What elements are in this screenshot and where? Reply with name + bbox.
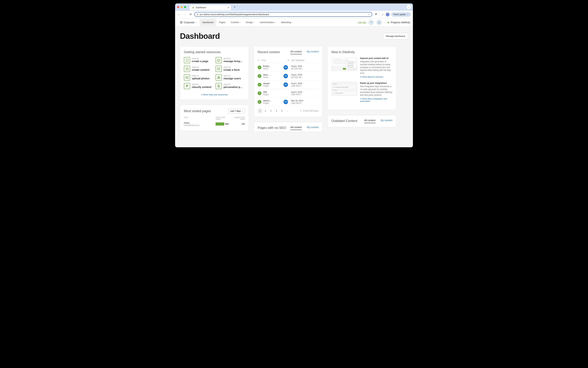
resource-item[interactable]: HOW TOcreate a form xyxy=(216,66,245,72)
tab-all-content[interactable]: All content xyxy=(290,126,302,130)
resource-icon xyxy=(216,66,222,72)
tabs-chevron-icon[interactable]: ⌄ xyxy=(407,5,411,9)
svg-point-11 xyxy=(218,76,219,77)
media-icon[interactable]: ♪ xyxy=(381,12,384,17)
globe-icon xyxy=(180,21,183,24)
browser-tab[interactable]: Dashboard × xyxy=(190,5,231,10)
resource-item[interactable]: HOW TOmanage users xyxy=(216,74,245,81)
resource-item[interactable]: HOW TOcreate content xyxy=(184,66,213,72)
lang-badge: EN xyxy=(284,65,288,70)
card-title: Most visited pages xyxy=(184,109,211,113)
site-settings-icon[interactable]: ⊟ xyxy=(197,13,198,16)
page-...[interactable]: ... xyxy=(285,109,290,113)
finish-update-button[interactable]: Finish update ⋮ xyxy=(391,12,411,17)
tab-all-content[interactable]: All content xyxy=(290,50,302,54)
page-title: Dashboard xyxy=(180,31,220,41)
outdated-card: Outdated Content All content My content xyxy=(327,115,396,127)
news-link[interactable]: ➜ More about AI services xyxy=(360,76,383,78)
card-title: Getting started resources xyxy=(184,50,245,54)
chevron-down-icon: ▾ xyxy=(239,22,240,23)
recent-content-card: Recent content All content My content ▼ … xyxy=(254,46,323,117)
resource-item[interactable]: HOW TOpersonalize p... xyxy=(216,83,245,89)
minimize-window-icon[interactable] xyxy=(181,6,183,8)
resource-item[interactable]: HOW TOcreate a page xyxy=(184,57,213,63)
news-card: New in Sitefinity AI xyxy=(327,46,396,110)
table-row[interactable]: ✓Now ...NewsENAug 6, 2024by User No... xyxy=(258,72,319,80)
table-row[interactable]: ✓stoyanPagesENAug 6, 2024User Not F... xyxy=(258,80,319,89)
getting-started-card: Getting started resources HOW TOcreate a… xyxy=(180,46,249,100)
news-desc: Integration with generative AI services … xyxy=(360,60,392,75)
svg-point-10 xyxy=(186,77,187,77)
nav-pages[interactable]: Pages xyxy=(216,19,228,26)
tab-my-content[interactable]: My content xyxy=(381,119,392,123)
user-icon[interactable] xyxy=(376,20,382,25)
reload-button[interactable]: ⟳ xyxy=(189,12,193,17)
svg-rect-14 xyxy=(218,85,220,87)
browser-titlebar: Dashboard × + ⌄ xyxy=(175,3,413,11)
check-icon: ✓ xyxy=(258,83,261,87)
resource-icon xyxy=(216,57,222,63)
close-window-icon[interactable] xyxy=(177,6,179,8)
page-4[interactable]: 4 xyxy=(274,109,279,113)
url-text: pro.3b0ce.cloud.sitefinity.com/Sitefinit… xyxy=(200,13,366,16)
back-button[interactable]: ← xyxy=(177,12,181,17)
page-1[interactable]: 1 xyxy=(258,109,262,113)
new-tab-button[interactable]: + xyxy=(234,5,236,9)
nav-design[interactable]: Design▾ xyxy=(243,19,257,26)
nav-administration[interactable]: Administration▾ xyxy=(257,19,278,26)
tab-title: Dashboard xyxy=(196,6,206,9)
svg-point-12 xyxy=(219,76,220,77)
bookmark-icon[interactable]: ☆ xyxy=(368,13,370,16)
seo-card: Pages with no SEO All content My content xyxy=(254,122,323,132)
resource-item[interactable]: HOW TOupload photos xyxy=(184,74,213,81)
resource-icon xyxy=(184,74,190,81)
lang-badge: EN xyxy=(284,100,288,104)
resource-icon xyxy=(184,83,190,89)
news-title: Power up your integrations xyxy=(360,82,392,84)
page-5[interactable]: 5 xyxy=(280,109,284,113)
browser-toolbar: ← → ⟳ ⊟ pro.3b0ce.cloud.sitefinity.com/S… xyxy=(175,11,413,18)
filter-icon[interactable]: ▼ xyxy=(258,59,260,62)
check-icon: ✓ xyxy=(258,100,261,104)
manage-dashboard-button[interactable]: Manage dashboard xyxy=(383,33,408,39)
most-visited-card: Most visited pages Last 7 days ▾ PAGE TO… xyxy=(180,105,249,131)
resource-icon xyxy=(216,83,222,89)
more-help-link[interactable]: More help and resources xyxy=(184,93,245,96)
svg-rect-9 xyxy=(186,76,188,79)
resource-icon xyxy=(184,66,190,72)
live-site-link[interactable]: Live site xyxy=(358,21,366,24)
chevron-down-icon: ▾ xyxy=(292,22,293,23)
tab-my-content[interactable]: My content xyxy=(307,126,319,130)
close-tab-icon[interactable]: × xyxy=(228,6,229,9)
tab-all-content[interactable]: All content xyxy=(364,119,375,123)
news-item-integrations: TRIGGER New Contact in Progress Sitefini… xyxy=(331,82,392,102)
tab-my-content[interactable]: My content xyxy=(307,50,319,54)
extensions-icon[interactable]: ⧩ xyxy=(374,12,378,17)
filter-icon[interactable]: ▼ xyxy=(287,59,289,62)
address-bar[interactable]: ⊟ pro.3b0ce.cloud.sitefinity.com/Sitefin… xyxy=(194,12,372,17)
table-row[interactable]: ✓Send I...PagesENMar 19, 2024User Not F.… xyxy=(258,98,319,106)
pagination: 12345... 1 - 5 from 332 items xyxy=(258,109,319,113)
nav-marketing[interactable]: Marketing▾ xyxy=(278,19,295,26)
card-title: Pages with no SEO xyxy=(258,126,286,130)
page-2[interactable]: 2 xyxy=(263,109,268,113)
notifications-icon[interactable] xyxy=(368,20,374,25)
kebab-icon: ⋮ xyxy=(407,13,409,16)
resource-item[interactable]: HOW TOmanage temp... xyxy=(216,57,245,63)
nav-dashboard[interactable]: Dashboard xyxy=(200,19,216,26)
forward-button: → xyxy=(183,12,187,17)
period-selector[interactable]: Last 7 days ▾ xyxy=(228,109,245,113)
pager-info: 1 - 5 from 332 items xyxy=(300,110,319,112)
table-row[interactable]: ✓Every...NewsENAug 6, 2024by User No... xyxy=(258,63,319,72)
news-link[interactable]: ➜ More about integration and automation xyxy=(360,98,392,102)
maximize-window-icon[interactable] xyxy=(184,6,186,8)
news-desc: New integration layer introduces a no-co… xyxy=(360,85,392,97)
profile-avatar[interactable] xyxy=(386,13,390,16)
page-3[interactable]: 3 xyxy=(269,109,273,113)
table-row[interactable]: Homecorianderlane.com912255 xyxy=(184,121,245,127)
nav-content[interactable]: Content▾ xyxy=(228,19,243,26)
table-row[interactable]: ✓404PagesAug 5, 2024User Not F... xyxy=(258,89,319,98)
site-selector[interactable]: Corporate ▾ xyxy=(178,20,198,25)
col-unique: UNIQUE PAGE VIEWS xyxy=(229,117,245,120)
resource-item[interactable]: HOW TOclassify content xyxy=(184,83,213,89)
